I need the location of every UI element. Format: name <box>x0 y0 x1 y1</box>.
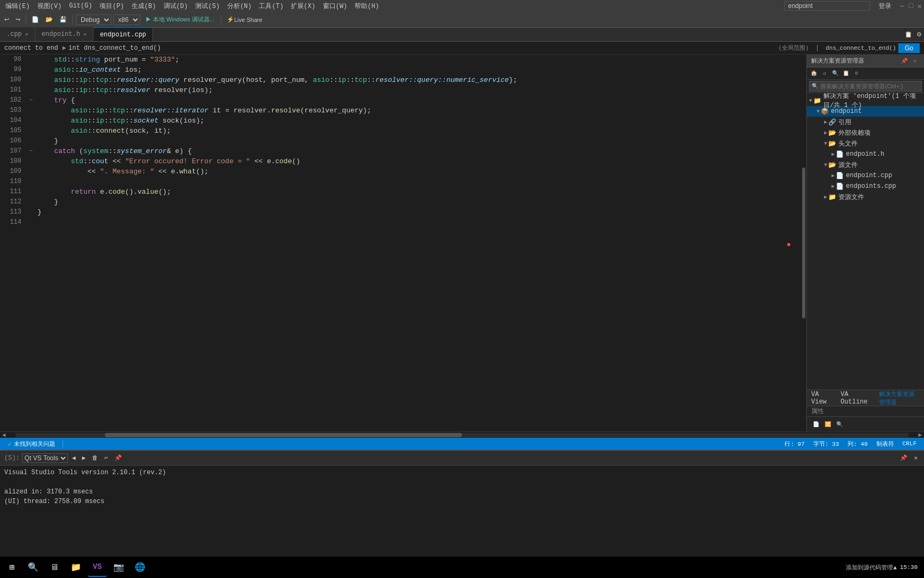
tree-item-references[interactable]: ▶🔗引用 <box>807 117 924 127</box>
tree-item-endpoint_cpp_file[interactable]: ▶📄endpoint.cpp <box>807 170 924 181</box>
line-number: 98 <box>0 55 27 65</box>
code-editor[interactable]: 98 std::string port_num = "3333";99 asio… <box>0 55 799 431</box>
panel-home-btn[interactable]: 🏠 <box>809 69 819 78</box>
platform-select[interactable]: x86 <box>113 14 140 25</box>
minimize-icon[interactable]: — <box>900 2 904 10</box>
toolbar-save[interactable]: 💾 <box>57 15 69 24</box>
scroll-thumb[interactable] <box>802 168 805 318</box>
breadcrumb-function-name[interactable]: dns_connect_to_end() <box>826 45 896 51</box>
status-ch[interactable]: 列: 49 <box>844 440 871 448</box>
toolbar-new[interactable]: 📄 <box>29 15 41 24</box>
tab-cpp-label: .cpp <box>6 31 22 38</box>
live-share-button[interactable]: ⚡ Live Share <box>225 15 265 24</box>
menu-tools[interactable]: 工具(T) <box>256 0 287 12</box>
solution-search-icon: 🔍 <box>812 83 818 89</box>
start-button[interactable]: ⊞ <box>2 558 21 577</box>
tree-label: 头文件 <box>838 139 858 148</box>
va-btn-1[interactable]: 📄 <box>811 420 821 429</box>
panel-search-btn[interactable]: 🔍 <box>830 69 840 78</box>
status-row[interactable]: 行: 97 <box>781 440 807 448</box>
breadcrumb-scope[interactable]: (全局范围) <box>779 44 809 52</box>
panel-show-all-btn[interactable]: 📋 <box>841 69 851 78</box>
h-scroll-track[interactable] <box>16 433 909 437</box>
vertical-scrollbar[interactable] <box>799 55 806 431</box>
panel-settings-btn[interactable]: ⚙ <box>852 69 861 78</box>
va-outline-tab[interactable]: VA Outline <box>841 391 871 406</box>
line-number: 102 <box>0 95 27 105</box>
login-button[interactable]: 登录 <box>874 2 896 11</box>
bottom-scrollbar[interactable] <box>917 466 924 557</box>
tab-cpp-close[interactable]: ✕ <box>25 31 28 37</box>
menu-test[interactable]: 测试(S) <box>192 0 223 12</box>
taskbar-camera[interactable]: 📷 <box>109 558 128 577</box>
toolbar-redo[interactable]: ↪ <box>13 15 22 24</box>
toolbar-undo[interactable]: ↩ <box>2 15 11 24</box>
bottom-wrap-btn[interactable]: ↩ <box>102 453 110 462</box>
search-area: 登录 — □ ✕ <box>784 1 922 11</box>
horizontal-scrollbar[interactable]: ◀ ▶ <box>0 431 924 438</box>
taskbar-notification[interactable]: 添加到源代码管理▲ <box>846 564 897 572</box>
restore-icon[interactable]: □ <box>908 2 913 10</box>
menu-build[interactable]: 生成(B) <box>128 0 159 12</box>
bottom-clear-btn[interactable]: 🗑 <box>90 453 100 462</box>
status-encoding[interactable]: CRLF <box>899 440 920 447</box>
va-view-tab[interactable]: VA View <box>811 391 832 406</box>
status-error-area[interactable]: ✓ 未找到相关问题 <box>4 439 58 448</box>
menu-project[interactable]: 项目(P) <box>96 0 127 12</box>
status-col[interactable]: 字节: 33 <box>810 440 842 448</box>
tab-endpoint-cpp[interactable]: endpoint.cpp <box>94 27 153 41</box>
va-btn-2[interactable]: 🔀 <box>823 420 833 429</box>
taskbar-search[interactable]: 🔍 <box>24 558 43 577</box>
tree-item-source_files[interactable]: ▼📂源文件 <box>807 159 924 170</box>
breadcrumb-function[interactable]: int dns_connect_to_end() <box>68 44 161 52</box>
panel-close-btn[interactable]: ✕ <box>910 56 920 66</box>
menu-window[interactable]: 窗口(W) <box>320 0 351 12</box>
tree-item-external_deps[interactable]: ▶📂外部依赖项 <box>807 127 924 138</box>
tab-endpoint-h[interactable]: endpoint.h ✕ <box>35 27 94 41</box>
run-button[interactable]: ▶ 本地 Windows 调试器... <box>142 14 218 25</box>
bottom-pin-btn[interactable]: 📌 <box>112 453 124 462</box>
debug-config-select[interactable]: Debug <box>76 14 111 25</box>
tab-cpp[interactable]: .cpp ✕ <box>0 27 35 41</box>
solution-explorer-tab[interactable]: 解决方案资源管理器 <box>879 390 920 406</box>
properties-icon[interactable]: ⚙ <box>914 27 924 41</box>
tab-endpoint-h-close[interactable]: ✕ <box>83 31 87 37</box>
taskbar-task-view[interactable]: 🖥 <box>45 558 64 577</box>
code-line: 101 asio::ip::tcp::resolver resolver(ios… <box>0 85 799 95</box>
taskbar-vs[interactable]: VS <box>88 558 107 577</box>
va-btn-3[interactable]: 🔍 <box>835 420 844 429</box>
tree-item-endpoints_cpp_file[interactable]: ▶📄endpoints.cpp <box>807 181 924 192</box>
bottom-panel-pin[interactable]: 📌 <box>898 453 910 462</box>
bottom-next-btn[interactable]: ▶ <box>80 453 88 462</box>
panel-refresh-btn[interactable]: ↺ <box>820 69 829 78</box>
menu-help[interactable]: 帮助(H) <box>351 0 382 12</box>
panel-pin-btn[interactable]: 📌 <box>899 56 909 66</box>
tree-item-solution[interactable]: ▼📁解决方案 'endpoint'(1 个项目/共 1 个) <box>807 95 924 106</box>
tree-item-endpoint_h_file[interactable]: ▶📄endpoint.h <box>807 149 924 159</box>
close-icon[interactable]: ✕ <box>918 2 922 11</box>
menu-edit[interactable]: 编辑(E) <box>2 0 33 12</box>
status-indent[interactable]: 制表符 <box>873 440 897 448</box>
bottom-source-select[interactable]: Qt VS Tools <box>22 453 68 463</box>
bottom-panel-close[interactable]: ✕ <box>912 453 920 462</box>
tree-arrow: ▶ <box>824 130 827 136</box>
solution-explorer-icon[interactable]: 📋 <box>903 27 914 41</box>
tree-item-resources[interactable]: ▶📁资源文件 <box>807 192 924 202</box>
menu-view[interactable]: 视图(V) <box>34 0 65 12</box>
bottom-prev-btn[interactable]: ◀ <box>70 453 78 462</box>
tree-item-headers[interactable]: ▼📂头文件 <box>807 138 924 149</box>
menu-git[interactable]: Git(G) <box>66 0 95 12</box>
line-number: 101 <box>0 85 27 95</box>
search-input[interactable] <box>784 1 870 11</box>
toolbar-open[interactable]: 📂 <box>43 15 55 24</box>
menu-extensions[interactable]: 扩展(X) <box>288 0 319 12</box>
taskbar-explorer[interactable]: 📁 <box>66 558 86 577</box>
go-button[interactable]: Go <box>898 43 920 53</box>
taskbar-chrome[interactable]: 🌐 <box>130 558 150 577</box>
solution-search-input[interactable] <box>820 83 919 89</box>
menu-analyze[interactable]: 分析(N) <box>224 0 255 12</box>
nav-function-dropdown[interactable]: connect to end <box>4 44 58 52</box>
menu-debug[interactable]: 调试(D) <box>160 0 191 12</box>
code-line: 104 asio::ip::tcp::socket sock(ios); <box>0 116 799 126</box>
h-scroll-thumb[interactable] <box>105 433 462 437</box>
